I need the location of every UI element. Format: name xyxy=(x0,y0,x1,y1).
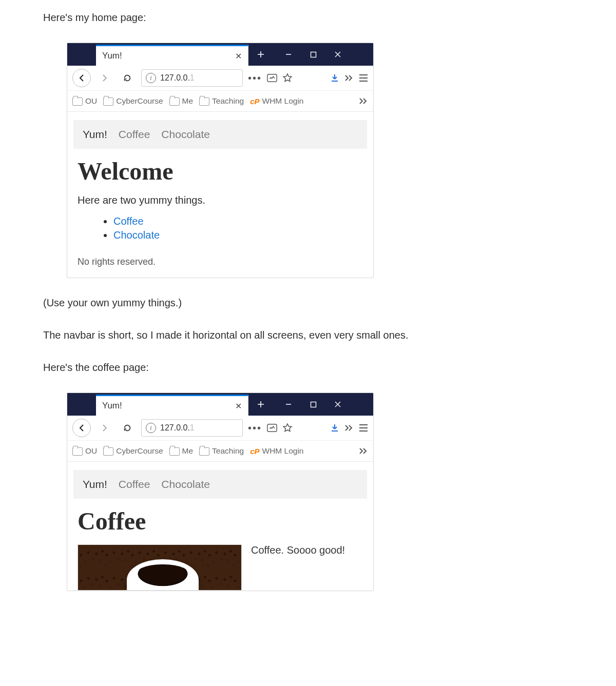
folder-icon xyxy=(169,97,180,106)
bookmark-folder[interactable]: OU xyxy=(72,446,97,456)
address-bar[interactable]: i 127.0.0.1 xyxy=(141,419,243,437)
folder-icon xyxy=(72,97,83,106)
folder-icon xyxy=(103,447,113,456)
svg-rect-2 xyxy=(311,402,316,407)
overflow-chevron-icon[interactable] xyxy=(344,74,354,82)
bookmark-star-icon[interactable] xyxy=(282,423,293,433)
link-chocolate[interactable]: Chocolate xyxy=(113,229,160,241)
url-text: 127.0.0.1 xyxy=(160,423,195,433)
url-bar: i 127.0.0.1 ••• xyxy=(67,416,373,441)
intro-text-1: Here's my home page: xyxy=(43,10,585,25)
new-tab-button[interactable] xyxy=(248,393,273,416)
close-window-button[interactable] xyxy=(325,393,350,416)
bookmarks-bar: OU CyberCourse Me Teaching cPWHM Login xyxy=(67,91,373,112)
intro-text-4: Here's the coffee page: xyxy=(43,360,585,375)
browser-screenshot-home: Yum! ✕ xyxy=(67,43,374,278)
maximize-button[interactable] xyxy=(301,43,325,66)
folder-icon xyxy=(169,447,180,456)
new-tab-button[interactable] xyxy=(248,43,273,66)
back-button[interactable] xyxy=(72,419,91,437)
info-icon[interactable]: i xyxy=(146,73,156,83)
folder-icon xyxy=(199,97,209,106)
page-heading: Coffee xyxy=(78,507,363,535)
page-actions-icon[interactable]: ••• xyxy=(248,422,262,434)
reader-icon[interactable] xyxy=(267,73,277,83)
navbar-link-coffee[interactable]: Coffee xyxy=(119,128,150,141)
menu-icon[interactable] xyxy=(359,424,368,432)
tab-title: Yum! xyxy=(102,401,235,411)
intro-text-3: The navbar is short, so I made it horizo… xyxy=(43,328,585,343)
bookmarks-overflow-icon[interactable] xyxy=(359,97,368,105)
bookmark-link[interactable]: cPWHM Login xyxy=(250,446,303,456)
window-titlebar: Yum! ✕ xyxy=(67,393,373,416)
close-window-button[interactable] xyxy=(325,43,350,66)
downloads-icon[interactable] xyxy=(330,73,339,83)
browser-screenshot-coffee: Yum! ✕ i 127.0.0.1 ••• xyxy=(67,393,374,591)
coffee-caption: Coffee. Soooo good! xyxy=(251,544,345,556)
minimize-button[interactable] xyxy=(276,43,301,66)
window-buttons xyxy=(248,43,373,66)
bookmark-folder[interactable]: Teaching xyxy=(199,446,244,456)
navbar-link-coffee[interactable]: Coffee xyxy=(119,478,150,491)
browser-tab[interactable]: Yum! ✕ xyxy=(96,395,248,416)
navbar-link-chocolate[interactable]: Chocolate xyxy=(161,478,210,491)
bookmark-folder[interactable]: Me xyxy=(169,446,194,456)
info-icon[interactable]: i xyxy=(146,423,156,433)
navbar-brand[interactable]: Yum! xyxy=(83,128,107,141)
navbar-link-chocolate[interactable]: Chocolate xyxy=(161,128,210,141)
svg-rect-0 xyxy=(311,52,316,57)
forward-button[interactable] xyxy=(96,69,113,87)
bookmark-folder[interactable]: CyberCourse xyxy=(103,96,163,106)
downloads-icon[interactable] xyxy=(330,423,339,433)
coffee-image xyxy=(78,544,242,591)
folder-icon xyxy=(199,447,209,456)
page-content: Yum! Coffee Chocolate Welcome Here are t… xyxy=(67,120,373,267)
reload-button[interactable] xyxy=(119,69,136,87)
reload-button[interactable] xyxy=(119,419,136,437)
page-actions-icon[interactable]: ••• xyxy=(248,72,262,84)
overflow-chevron-icon[interactable] xyxy=(344,424,354,432)
page-link-list: Coffee Chocolate xyxy=(93,215,363,241)
bookmarks-overflow-icon[interactable] xyxy=(359,447,368,455)
back-button[interactable] xyxy=(72,69,91,87)
maximize-button[interactable] xyxy=(301,393,325,416)
folder-icon xyxy=(103,97,113,106)
list-item: Coffee xyxy=(113,215,363,227)
page-content: Yum! Coffee Chocolate Coffee Coffee. Soo… xyxy=(67,470,373,591)
bookmark-folder[interactable]: CyberCourse xyxy=(103,446,163,456)
browser-tab[interactable]: Yum! ✕ xyxy=(96,45,248,66)
cpanel-icon: cP xyxy=(250,447,259,456)
bookmarks-bar: OU CyberCourse Me Teaching cPWHM Login xyxy=(67,441,373,462)
page-heading: Welcome xyxy=(78,157,363,185)
cpanel-icon: cP xyxy=(250,97,259,106)
bookmark-folder[interactable]: Me xyxy=(169,96,194,106)
minimize-button[interactable] xyxy=(276,393,301,416)
page-lead-text: Here are two yummy things. xyxy=(78,194,363,206)
url-bar: i 127.0.0.1 ••• xyxy=(67,66,373,91)
page-footer: No rights reserved. xyxy=(78,257,363,267)
window-titlebar: Yum! ✕ xyxy=(67,43,373,66)
window-buttons xyxy=(248,393,373,416)
bookmark-folder[interactable]: OU xyxy=(72,96,97,106)
close-tab-icon[interactable]: ✕ xyxy=(235,401,242,411)
bookmark-link[interactable]: cPWHM Login xyxy=(250,96,303,106)
tab-title: Yum! xyxy=(102,51,235,61)
bookmark-folder[interactable]: Teaching xyxy=(199,96,244,106)
page-navbar: Yum! Coffee Chocolate xyxy=(73,470,367,499)
menu-icon[interactable] xyxy=(359,74,368,82)
folder-icon xyxy=(72,447,83,456)
link-coffee[interactable]: Coffee xyxy=(113,215,144,227)
forward-button[interactable] xyxy=(96,419,113,437)
intro-text-2: (Use your own yummy things.) xyxy=(43,296,585,310)
list-item: Chocolate xyxy=(113,229,363,241)
close-tab-icon[interactable]: ✕ xyxy=(235,51,242,61)
reader-icon[interactable] xyxy=(267,423,277,433)
bookmark-star-icon[interactable] xyxy=(282,73,293,83)
url-text: 127.0.0.1 xyxy=(160,73,195,83)
page-navbar: Yum! Coffee Chocolate xyxy=(73,120,367,149)
navbar-brand[interactable]: Yum! xyxy=(83,478,107,491)
address-bar[interactable]: i 127.0.0.1 xyxy=(141,69,243,87)
